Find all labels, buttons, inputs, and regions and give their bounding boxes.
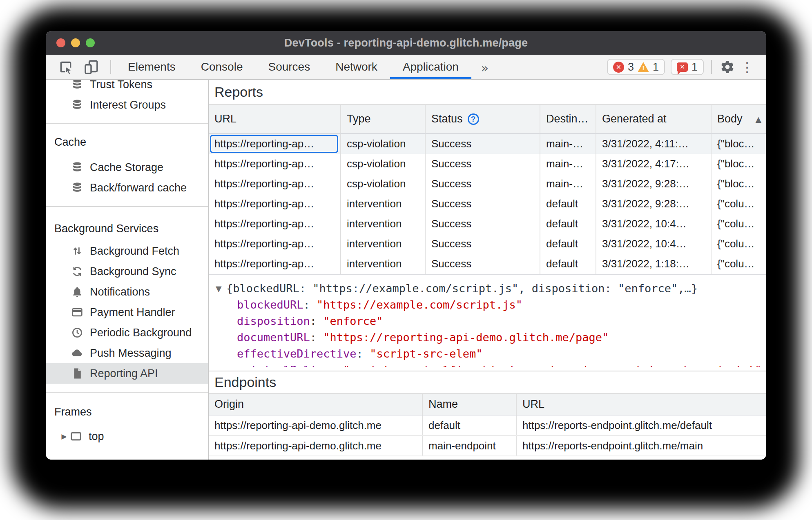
reporting-api-view: Reports URL Type Status ? Destin… Genera… bbox=[209, 80, 766, 460]
cell-status[interactable]: Success bbox=[426, 134, 540, 154]
cell-generated-at[interactable]: 3/31/2022, 10:4… bbox=[596, 234, 712, 254]
issues-badge[interactable]: ✕ 1 bbox=[671, 59, 704, 75]
zoom-button[interactable] bbox=[86, 38, 95, 47]
collapse-arrow-icon[interactable]: ▼ bbox=[216, 280, 226, 297]
cell-url[interactable]: https://reporting-ap… bbox=[209, 234, 341, 254]
column-header-type[interactable]: Type bbox=[341, 105, 426, 133]
cell-status[interactable]: Success bbox=[426, 234, 540, 254]
cell-status[interactable]: Success bbox=[426, 254, 540, 274]
report-row[interactable]: https://reporting-ap… intervention Succe… bbox=[209, 194, 766, 214]
cell-type[interactable]: intervention bbox=[341, 234, 426, 254]
cell-endpoint-url[interactable]: https://reports-endpoint.glitch.me/defau… bbox=[517, 416, 765, 435]
sidebar-item-interest-groups[interactable]: Interest Groups bbox=[46, 95, 208, 115]
tab-network[interactable]: Network bbox=[323, 55, 390, 79]
cell-destination[interactable]: main-… bbox=[540, 154, 596, 174]
cell-status[interactable]: Success bbox=[426, 194, 540, 214]
cell-name[interactable]: main-endpoint bbox=[423, 436, 517, 456]
minimize-button[interactable] bbox=[71, 38, 80, 47]
cell-destination[interactable]: default bbox=[540, 194, 596, 214]
cell-type[interactable]: intervention bbox=[341, 254, 426, 274]
cell-endpoint-url[interactable]: https://reports-endpoint.glitch.me/main bbox=[517, 436, 765, 456]
endpoint-row[interactable]: https://reporting-api-demo.glitch.me mai… bbox=[209, 436, 766, 456]
issues-count: 1 bbox=[692, 61, 698, 73]
cell-origin[interactable]: https://reporting-api-demo.glitch.me bbox=[209, 416, 423, 435]
cell-body[interactable]: {"bloc… bbox=[712, 174, 765, 194]
cell-status[interactable]: Success bbox=[426, 154, 540, 174]
cell-url[interactable]: https://reporting-ap… bbox=[209, 254, 341, 274]
column-header-generated-at[interactable]: Generated at bbox=[596, 105, 712, 133]
cell-generated-at[interactable]: 3/31/2022, 4:17:… bbox=[596, 154, 712, 174]
sidebar-item-payment-handler[interactable]: Payment Handler bbox=[46, 302, 208, 322]
console-status-badge[interactable]: ✕ 3 ! 1 bbox=[607, 59, 665, 75]
column-header-destination[interactable]: Destin… bbox=[540, 105, 596, 133]
endpoint-row[interactable]: https://reporting-api-demo.glitch.me def… bbox=[209, 416, 766, 436]
sidebar-item-background-sync[interactable]: Background Sync bbox=[46, 261, 208, 282]
cell-url[interactable]: https://reporting-ap… bbox=[209, 174, 341, 194]
column-header-status[interactable]: Status ? bbox=[426, 105, 540, 133]
window-title: DevTools - reporting-api-demo.glitch.me/… bbox=[284, 37, 528, 49]
cell-body[interactable]: {"colu… bbox=[712, 254, 765, 274]
more-tabs-button[interactable]: » bbox=[471, 55, 498, 79]
settings-button[interactable] bbox=[719, 60, 736, 74]
cell-body[interactable]: {"colu… bbox=[712, 234, 765, 254]
inspect-element-button[interactable] bbox=[56, 55, 75, 79]
overflow-menu-button[interactable]: ⋮ bbox=[741, 59, 753, 75]
cell-body[interactable]: {"bloc… bbox=[712, 134, 765, 154]
column-header-name[interactable]: Name bbox=[423, 394, 517, 415]
cell-destination[interactable]: default bbox=[540, 214, 596, 234]
report-row[interactable]: https://reporting-ap… csp-violation Succ… bbox=[209, 134, 766, 154]
report-row[interactable]: https://reporting-ap… csp-violation Succ… bbox=[209, 174, 766, 194]
cell-origin[interactable]: https://reporting-api-demo.glitch.me bbox=[209, 436, 423, 456]
tab-elements[interactable]: Elements bbox=[115, 55, 188, 79]
expand-arrow-icon[interactable]: ▶ bbox=[59, 432, 69, 440]
cell-generated-at[interactable]: 3/31/2022, 9:28:… bbox=[596, 174, 712, 194]
sidebar-item-notifications[interactable]: Notifications bbox=[46, 282, 208, 302]
cell-body[interactable]: {"bloc… bbox=[712, 154, 765, 174]
cell-name[interactable]: default bbox=[423, 416, 517, 435]
cell-type[interactable]: csp-violation bbox=[341, 134, 426, 154]
sidebar-item-background-fetch[interactable]: Background Fetch bbox=[46, 241, 208, 261]
column-header-origin[interactable]: Origin bbox=[209, 394, 423, 415]
report-row[interactable]: https://reporting-ap… intervention Succe… bbox=[209, 254, 766, 274]
json-preview-line[interactable]: ▼ {blockedURL: "https://example.com/scri… bbox=[209, 280, 766, 297]
sidebar-item-back-forward-cache[interactable]: Back/forward cache bbox=[46, 178, 208, 198]
toggle-device-toolbar-button[interactable] bbox=[81, 55, 101, 79]
sidebar-item-frame-top[interactable]: ▶ top bbox=[46, 426, 208, 447]
cell-destination[interactable]: main-… bbox=[540, 174, 596, 194]
cell-generated-at[interactable]: 3/31/2022, 4:11:… bbox=[596, 134, 712, 154]
cell-status[interactable]: Success bbox=[426, 174, 540, 194]
status-help-icon[interactable]: ? bbox=[468, 113, 479, 125]
sidebar-item-push-messaging[interactable]: Push Messaging bbox=[46, 343, 208, 363]
sidebar-item-reporting-api[interactable]: Reporting API bbox=[46, 363, 208, 384]
tab-sources[interactable]: Sources bbox=[255, 55, 323, 79]
tab-application[interactable]: Application bbox=[390, 55, 471, 79]
sidebar-item-trust-tokens[interactable]: Trust Tokens bbox=[46, 80, 208, 95]
cell-destination[interactable]: main-… bbox=[540, 134, 596, 154]
cell-destination[interactable]: default bbox=[540, 234, 596, 254]
cell-type[interactable]: csp-violation bbox=[341, 154, 426, 174]
column-header-url[interactable]: URL bbox=[209, 105, 341, 133]
cell-generated-at[interactable]: 3/31/2022, 1:18:… bbox=[596, 254, 712, 274]
cell-status[interactable]: Success bbox=[426, 214, 540, 234]
cell-generated-at[interactable]: 3/31/2022, 9:28:… bbox=[596, 194, 712, 214]
cell-url[interactable]: https://reporting-ap… bbox=[209, 134, 341, 154]
column-header-body[interactable]: Body ▲ bbox=[712, 105, 765, 133]
column-header-endpoint-url[interactable]: URL bbox=[517, 394, 765, 415]
cell-generated-at[interactable]: 3/31/2022, 10:4… bbox=[596, 214, 712, 234]
cell-body[interactable]: {"colu… bbox=[712, 214, 765, 234]
cell-type[interactable]: intervention bbox=[341, 214, 426, 234]
cell-type[interactable]: intervention bbox=[341, 194, 426, 214]
cell-type[interactable]: csp-violation bbox=[341, 174, 426, 194]
tab-console[interactable]: Console bbox=[188, 55, 256, 79]
report-row[interactable]: https://reporting-ap… intervention Succe… bbox=[209, 234, 766, 254]
cell-destination[interactable]: default bbox=[540, 254, 596, 274]
cell-url[interactable]: https://reporting-ap… bbox=[209, 154, 341, 174]
cell-body[interactable]: {"colu… bbox=[712, 194, 765, 214]
report-row[interactable]: https://reporting-ap… csp-violation Succ… bbox=[209, 154, 766, 174]
sidebar-item-periodic-background-sync[interactable]: Periodic Background bbox=[46, 322, 208, 343]
close-button[interactable] bbox=[56, 38, 65, 47]
cell-url[interactable]: https://reporting-ap… bbox=[209, 214, 341, 234]
cell-url[interactable]: https://reporting-ap… bbox=[209, 194, 341, 214]
sidebar-item-cache-storage[interactable]: Cache Storage bbox=[46, 157, 208, 178]
report-row[interactable]: https://reporting-ap… intervention Succe… bbox=[209, 214, 766, 234]
